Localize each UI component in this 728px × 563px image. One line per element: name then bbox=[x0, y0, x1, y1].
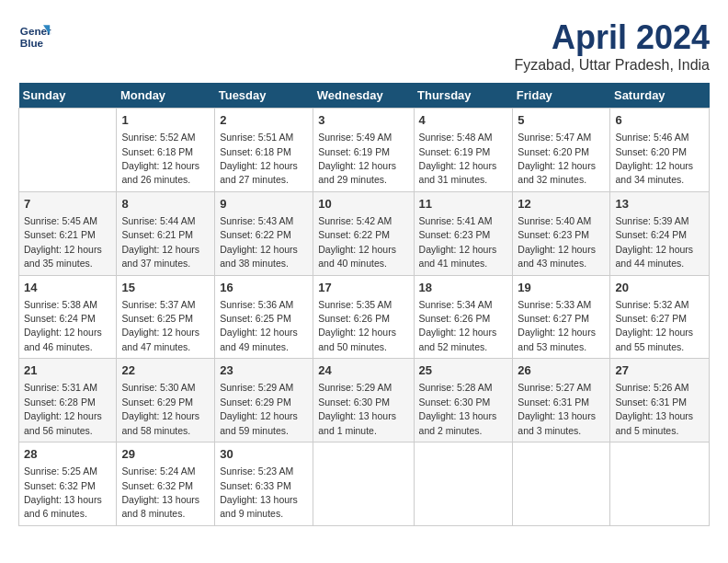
location: Fyzabad, Uttar Pradesh, India bbox=[514, 57, 710, 74]
calendar-cell: 13Sunrise: 5:39 AM Sunset: 6:24 PM Dayli… bbox=[610, 191, 710, 275]
day-info: Sunrise: 5:30 AM Sunset: 6:29 PM Dayligh… bbox=[121, 382, 199, 435]
day-number: 13 bbox=[615, 196, 704, 213]
day-number: 4 bbox=[419, 112, 508, 129]
day-number: 17 bbox=[318, 280, 408, 296]
calendar-cell: 26Sunrise: 5:27 AM Sunset: 6:31 PM Dayli… bbox=[513, 359, 610, 442]
calendar-cell: 24Sunrise: 5:29 AM Sunset: 6:30 PM Dayli… bbox=[313, 359, 414, 442]
calendar-cell: 23Sunrise: 5:29 AM Sunset: 6:29 PM Dayli… bbox=[215, 359, 313, 442]
calendar-table: SundayMondayTuesdayWednesdayThursdayFrid… bbox=[18, 83, 710, 526]
day-info: Sunrise: 5:36 AM Sunset: 6:25 PM Dayligh… bbox=[220, 299, 298, 352]
calendar-cell: 20Sunrise: 5:32 AM Sunset: 6:27 PM Dayli… bbox=[610, 275, 710, 359]
day-info: Sunrise: 5:44 AM Sunset: 6:21 PM Dayligh… bbox=[121, 215, 199, 269]
day-number: 3 bbox=[318, 112, 408, 129]
calendar-cell: 14Sunrise: 5:38 AM Sunset: 6:24 PM Dayli… bbox=[19, 275, 117, 359]
svg-text:Blue: Blue bbox=[20, 37, 44, 49]
day-number: 18 bbox=[419, 280, 508, 296]
week-row-5: 28Sunrise: 5:25 AM Sunset: 6:32 PM Dayli… bbox=[19, 442, 710, 526]
day-info: Sunrise: 5:42 AM Sunset: 6:22 PM Dayligh… bbox=[318, 215, 396, 269]
day-number: 1 bbox=[121, 112, 210, 129]
day-info: Sunrise: 5:27 AM Sunset: 6:31 PM Dayligh… bbox=[518, 382, 596, 435]
month-title: April 2024 bbox=[514, 18, 710, 57]
day-number: 7 bbox=[24, 196, 111, 213]
day-info: Sunrise: 5:39 AM Sunset: 6:24 PM Dayligh… bbox=[615, 215, 693, 269]
day-info: Sunrise: 5:24 AM Sunset: 6:32 PM Dayligh… bbox=[121, 465, 199, 519]
week-row-1: 1Sunrise: 5:52 AM Sunset: 6:18 PM Daylig… bbox=[19, 109, 710, 192]
calendar-cell: 2Sunrise: 5:51 AM Sunset: 6:18 PM Daylig… bbox=[215, 109, 313, 192]
column-header-wednesday: Wednesday bbox=[313, 83, 414, 109]
day-number: 10 bbox=[318, 196, 408, 213]
calendar-cell: 11Sunrise: 5:41 AM Sunset: 6:23 PM Dayli… bbox=[414, 191, 513, 275]
day-info: Sunrise: 5:38 AM Sunset: 6:24 PM Dayligh… bbox=[24, 299, 102, 352]
day-info: Sunrise: 5:34 AM Sunset: 6:26 PM Dayligh… bbox=[419, 299, 497, 352]
calendar-cell: 25Sunrise: 5:28 AM Sunset: 6:30 PM Dayli… bbox=[414, 359, 513, 442]
calendar-cell: 16Sunrise: 5:36 AM Sunset: 6:25 PM Dayli… bbox=[215, 275, 313, 359]
day-number: 29 bbox=[121, 446, 210, 463]
day-number: 30 bbox=[220, 446, 308, 463]
column-header-thursday: Thursday bbox=[414, 83, 513, 109]
week-row-3: 14Sunrise: 5:38 AM Sunset: 6:24 PM Dayli… bbox=[19, 275, 710, 359]
day-number: 19 bbox=[518, 280, 605, 296]
day-info: Sunrise: 5:28 AM Sunset: 6:30 PM Dayligh… bbox=[419, 382, 497, 435]
calendar-cell: 17Sunrise: 5:35 AM Sunset: 6:26 PM Dayli… bbox=[313, 275, 414, 359]
calendar-cell: 30Sunrise: 5:23 AM Sunset: 6:33 PM Dayli… bbox=[215, 442, 313, 526]
column-header-sunday: Sunday bbox=[19, 83, 117, 109]
calendar-cell: 28Sunrise: 5:25 AM Sunset: 6:32 PM Dayli… bbox=[19, 442, 117, 526]
column-header-saturday: Saturday bbox=[610, 83, 710, 109]
day-number: 23 bbox=[220, 362, 308, 379]
column-header-tuesday: Tuesday bbox=[215, 83, 313, 109]
day-number: 9 bbox=[220, 196, 308, 213]
day-number: 2 bbox=[220, 112, 308, 129]
day-number: 27 bbox=[615, 362, 704, 379]
day-info: Sunrise: 5:23 AM Sunset: 6:33 PM Dayligh… bbox=[220, 465, 298, 519]
day-info: Sunrise: 5:26 AM Sunset: 6:31 PM Dayligh… bbox=[615, 382, 693, 435]
calendar-cell bbox=[610, 442, 710, 526]
day-info: Sunrise: 5:40 AM Sunset: 6:23 PM Dayligh… bbox=[518, 215, 596, 269]
calendar-header-row: SundayMondayTuesdayWednesdayThursdayFrid… bbox=[19, 83, 710, 109]
calendar-cell: 18Sunrise: 5:34 AM Sunset: 6:26 PM Dayli… bbox=[414, 275, 513, 359]
day-info: Sunrise: 5:51 AM Sunset: 6:18 PM Dayligh… bbox=[220, 132, 298, 185]
title-block: April 2024 Fyzabad, Uttar Pradesh, India bbox=[514, 18, 710, 74]
calendar-cell bbox=[513, 442, 610, 526]
day-info: Sunrise: 5:47 AM Sunset: 6:20 PM Dayligh… bbox=[518, 132, 596, 185]
day-number: 11 bbox=[419, 196, 508, 213]
day-number: 16 bbox=[220, 280, 308, 296]
calendar-cell: 4Sunrise: 5:48 AM Sunset: 6:19 PM Daylig… bbox=[414, 109, 513, 192]
calendar-cell: 6Sunrise: 5:46 AM Sunset: 6:20 PM Daylig… bbox=[610, 109, 710, 192]
calendar-cell: 19Sunrise: 5:33 AM Sunset: 6:27 PM Dayli… bbox=[513, 275, 610, 359]
day-info: Sunrise: 5:31 AM Sunset: 6:28 PM Dayligh… bbox=[24, 382, 102, 435]
column-header-friday: Friday bbox=[513, 83, 610, 109]
day-info: Sunrise: 5:33 AM Sunset: 6:27 PM Dayligh… bbox=[518, 299, 596, 352]
day-number: 5 bbox=[518, 112, 605, 129]
calendar-cell: 8Sunrise: 5:44 AM Sunset: 6:21 PM Daylig… bbox=[117, 191, 215, 275]
day-number: 24 bbox=[318, 362, 408, 379]
calendar-cell: 7Sunrise: 5:45 AM Sunset: 6:21 PM Daylig… bbox=[19, 191, 117, 275]
day-number: 20 bbox=[615, 280, 704, 296]
day-number: 8 bbox=[121, 196, 210, 213]
day-info: Sunrise: 5:25 AM Sunset: 6:32 PM Dayligh… bbox=[24, 465, 102, 519]
day-info: Sunrise: 5:35 AM Sunset: 6:26 PM Dayligh… bbox=[318, 299, 396, 352]
day-number: 26 bbox=[518, 362, 605, 379]
day-info: Sunrise: 5:45 AM Sunset: 6:21 PM Dayligh… bbox=[24, 215, 102, 269]
day-info: Sunrise: 5:46 AM Sunset: 6:20 PM Dayligh… bbox=[615, 132, 693, 185]
day-number: 25 bbox=[419, 362, 508, 379]
day-number: 22 bbox=[121, 362, 210, 379]
calendar-cell: 22Sunrise: 5:30 AM Sunset: 6:29 PM Dayli… bbox=[117, 359, 215, 442]
day-number: 6 bbox=[615, 112, 704, 129]
day-info: Sunrise: 5:41 AM Sunset: 6:23 PM Dayligh… bbox=[419, 215, 497, 269]
day-info: Sunrise: 5:49 AM Sunset: 6:19 PM Dayligh… bbox=[318, 132, 396, 185]
calendar-cell: 29Sunrise: 5:24 AM Sunset: 6:32 PM Dayli… bbox=[117, 442, 215, 526]
calendar-cell: 27Sunrise: 5:26 AM Sunset: 6:31 PM Dayli… bbox=[610, 359, 710, 442]
logo-icon: General Blue bbox=[18, 18, 51, 52]
day-info: Sunrise: 5:43 AM Sunset: 6:22 PM Dayligh… bbox=[220, 215, 298, 269]
day-info: Sunrise: 5:29 AM Sunset: 6:30 PM Dayligh… bbox=[318, 382, 396, 435]
calendar-cell: 21Sunrise: 5:31 AM Sunset: 6:28 PM Dayli… bbox=[19, 359, 117, 442]
calendar-cell: 3Sunrise: 5:49 AM Sunset: 6:19 PM Daylig… bbox=[313, 109, 414, 192]
calendar-cell bbox=[313, 442, 414, 526]
calendar-cell: 15Sunrise: 5:37 AM Sunset: 6:25 PM Dayli… bbox=[117, 275, 215, 359]
day-info: Sunrise: 5:52 AM Sunset: 6:18 PM Dayligh… bbox=[121, 132, 199, 185]
day-info: Sunrise: 5:29 AM Sunset: 6:29 PM Dayligh… bbox=[220, 382, 298, 435]
day-number: 21 bbox=[24, 362, 111, 379]
week-row-4: 21Sunrise: 5:31 AM Sunset: 6:28 PM Dayli… bbox=[19, 359, 710, 442]
calendar-cell bbox=[19, 109, 117, 192]
day-info: Sunrise: 5:37 AM Sunset: 6:25 PM Dayligh… bbox=[121, 299, 199, 352]
